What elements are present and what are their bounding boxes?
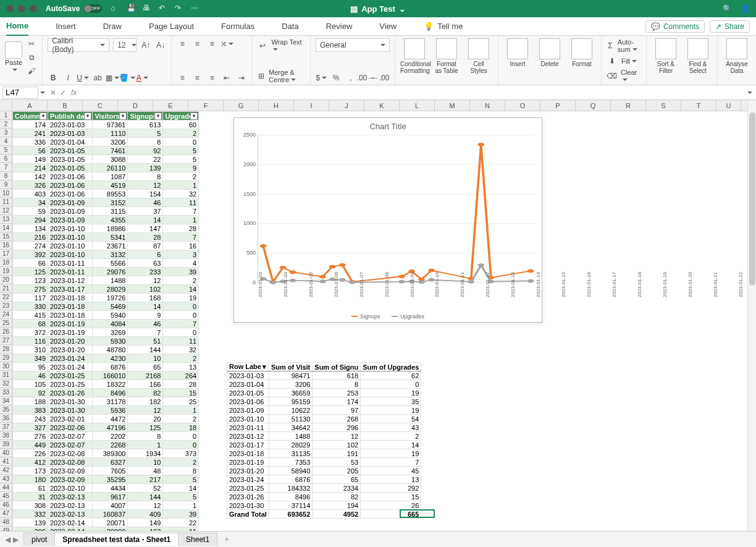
data-cell[interactable]: 4355 <box>93 216 128 224</box>
pivot-grand-total-cell[interactable]: 4952 <box>313 510 361 519</box>
data-cell[interactable]: 310 <box>13 346 48 354</box>
data-cell[interactable]: 2023-01-19 <box>48 328 93 337</box>
cell-styles-button[interactable]: Cell Styles <box>464 38 493 74</box>
data-cell[interactable]: 18 <box>163 423 199 432</box>
row-header[interactable]: 22 <box>0 293 12 302</box>
data-cell[interactable]: 125 <box>13 268 48 276</box>
comma-icon[interactable]: , <box>345 72 356 83</box>
data-cell[interactable]: 1 <box>163 501 199 510</box>
pivot-cell[interactable]: 2023-01-11 <box>227 423 269 432</box>
data-cell[interactable]: 7 <box>128 328 163 337</box>
maximize-window-icon[interactable] <box>30 5 37 12</box>
sheet-nav-prev-icon[interactable]: ◀ <box>5 535 10 544</box>
sheet-tab[interactable]: Spreadsheet test data - Sheet1 <box>54 533 178 546</box>
data-cell[interactable]: 166010 <box>93 371 128 380</box>
ribbon-tab-home[interactable]: Home <box>6 17 28 36</box>
sheet-nav-next-icon[interactable]: ▶ <box>13 535 19 544</box>
data-cell[interactable]: 5 <box>163 475 199 484</box>
data-cell[interactable]: 2023-01-18 <box>48 302 93 311</box>
data-cell[interactable]: 2023-02-08 <box>48 458 93 467</box>
data-cell[interactable]: 2023-02-06 <box>48 423 93 432</box>
pivot-cell[interactable]: 7 <box>361 458 421 467</box>
data-cell[interactable]: 11 <box>163 337 199 346</box>
data-cell[interactable]: 372 <box>13 328 48 337</box>
data-cell[interactable]: 2023-01-18 <box>48 311 93 320</box>
account-icon[interactable]: 👤 <box>741 4 750 13</box>
data-cell[interactable]: 48780 <box>93 346 128 354</box>
pivot-cell[interactable]: 2023-01-20 <box>227 467 269 475</box>
data-cell[interactable]: 56 <box>13 146 48 155</box>
data-cell[interactable]: 31178 <box>93 397 128 406</box>
data-cell[interactable]: 2023-01-05 <box>48 164 93 172</box>
data-cell[interactable]: 2023-01-09 <box>48 207 93 216</box>
data-cell[interactable]: 97361 <box>93 121 128 129</box>
data-cell[interactable]: 46 <box>128 198 163 207</box>
number-format-dropdown[interactable]: General <box>316 38 390 52</box>
data-cell[interactable]: 14 <box>163 285 199 294</box>
pivot-grand-total-cell[interactable]: 693652 <box>269 510 312 519</box>
border-icon[interactable]: ▦ <box>107 72 118 83</box>
data-cell[interactable]: 6327 <box>93 458 128 467</box>
row-header[interactable]: 36 <box>0 414 12 423</box>
row-header[interactable]: 20 <box>0 276 12 284</box>
data-cell[interactable]: 389300 <box>93 449 128 458</box>
data-cell[interactable]: 5469 <box>93 302 128 311</box>
pivot-cell[interactable]: 2023-01-04 <box>227 380 269 389</box>
data-cell[interactable]: 23671 <box>93 242 128 250</box>
data-cell[interactable]: 2023-01-25 <box>48 371 93 380</box>
data-cell[interactable]: 2023-01-18 <box>48 294 93 302</box>
filter-button[interactable]: ▾ <box>40 112 47 120</box>
data-cell[interactable]: 139 <box>13 519 48 527</box>
data-cell[interactable]: 5 <box>163 155 199 164</box>
data-cell[interactable]: 39 <box>163 510 199 519</box>
data-cell[interactable]: 9 <box>128 311 163 320</box>
data-cell[interactable]: 3 <box>163 250 199 259</box>
data-cell[interactable]: 19 <box>163 294 199 302</box>
ribbon-tab-review[interactable]: Review <box>326 22 353 31</box>
sort-filter-button[interactable]: Sort & Filter <box>652 38 680 74</box>
data-cell[interactable]: 2023-02-09 <box>48 475 93 484</box>
data-cell[interactable]: 7461 <box>93 146 128 155</box>
save-icon[interactable]: 💾 <box>127 4 136 14</box>
data-cell[interactable]: 117 <box>13 294 48 302</box>
data-cell[interactable]: 9 <box>163 164 199 172</box>
pivot-cell[interactable]: 65 <box>313 475 361 484</box>
pivot-cell[interactable]: 19 <box>361 449 421 458</box>
format-cells-button[interactable]: Format <box>568 38 596 67</box>
data-cell[interactable]: 2 <box>163 172 199 181</box>
pivot-cell[interactable]: 184332 <box>269 484 312 493</box>
data-cell[interactable]: 336 <box>13 138 48 146</box>
data-cell[interactable]: 1488 <box>93 276 128 285</box>
chart-legend[interactable]: Signups Upgrades <box>234 312 542 320</box>
data-cell[interactable]: 9617 <box>93 493 128 501</box>
pivot-header-cell[interactable]: Row Labe▾ <box>227 363 269 371</box>
row-header[interactable]: 35 <box>0 405 12 414</box>
comments-button[interactable]: 💬Comments <box>645 20 705 33</box>
ribbon-tab-data[interactable]: Data <box>282 22 298 31</box>
add-sheet-button[interactable]: ＋ <box>217 534 237 545</box>
column-header[interactable]: R <box>611 100 646 111</box>
row-header[interactable]: 24 <box>0 310 12 319</box>
data-cell[interactable]: 3132 <box>93 250 128 259</box>
data-cell[interactable]: 47196 <box>93 423 128 432</box>
data-cell[interactable]: 14 <box>163 484 199 493</box>
row-header[interactable]: 38 <box>0 431 12 440</box>
data-cell[interactable]: 182 <box>128 397 163 406</box>
column-header[interactable]: I <box>294 100 329 111</box>
data-cell[interactable]: 29898 <box>93 527 128 532</box>
data-cell[interactable]: 10 <box>128 458 163 467</box>
pivot-cell[interactable]: 2023-01-24 <box>227 475 269 484</box>
data-cell[interactable]: 1 <box>163 406 199 415</box>
pivot-cell[interactable]: 2023-01-09 <box>227 406 269 415</box>
data-cell[interactable]: 294 <box>13 216 48 224</box>
align-bottom-icon[interactable]: ≡ <box>206 38 217 49</box>
data-cell[interactable]: 2023-02-01 <box>48 415 93 423</box>
data-cell[interactable]: 29076 <box>93 268 128 276</box>
row-header[interactable]: 10 <box>0 189 12 198</box>
decrease-font-icon[interactable]: A↓ <box>155 40 166 51</box>
ribbon-tab-view[interactable]: View <box>379 22 397 31</box>
data-cell[interactable]: 102 <box>128 285 163 294</box>
align-middle-icon[interactable]: ≡ <box>191 38 203 49</box>
data-cell[interactable]: 2023-01-04 <box>48 138 93 146</box>
data-cell[interactable]: 2023-02-10 <box>48 484 93 493</box>
